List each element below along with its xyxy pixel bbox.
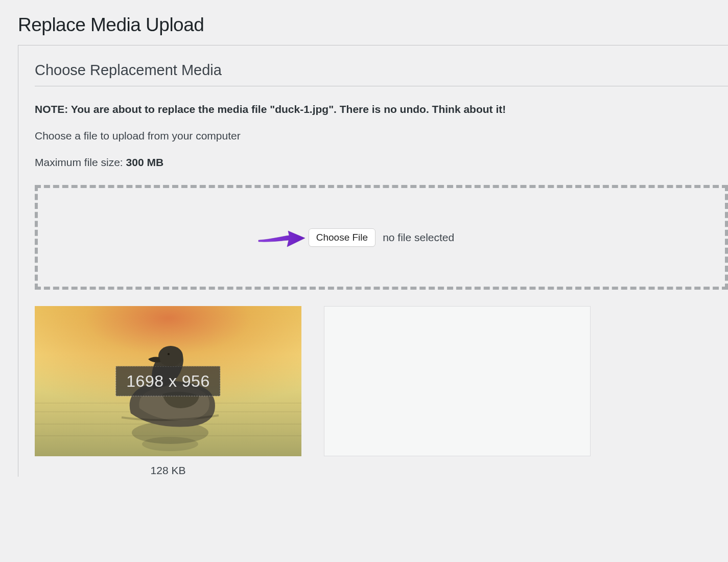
warning-note: NOTE: You are about to replace the media… <box>35 102 728 116</box>
preview-row: 1698 x 956 128 KB <box>35 306 728 477</box>
dimensions-badge: 1698 x 956 <box>115 366 220 396</box>
no-file-selected-text: no file selected <box>383 231 454 244</box>
current-filesize: 128 KB <box>151 464 186 477</box>
replace-media-panel: Choose Replacement Media NOTE: You are a… <box>18 45 728 477</box>
file-dropzone[interactable]: Choose File no file selected <box>35 185 728 290</box>
max-filesize-label: Maximum file size: <box>35 156 126 168</box>
dropzone-inner: Choose File no file selected <box>309 228 454 247</box>
new-media-thumbnail-placeholder <box>324 306 591 456</box>
svg-point-1 <box>142 437 198 451</box>
current-media-thumbnail: 1698 x 956 <box>35 306 301 456</box>
max-filesize-value: 300 MB <box>126 156 164 168</box>
svg-point-2 <box>158 346 183 366</box>
new-thumb-column <box>324 306 591 477</box>
max-filesize-line: Maximum file size: 300 MB <box>35 156 728 169</box>
note-filename: duck-1.jpg <box>275 103 328 115</box>
upload-instruction: Choose a file to upload from your comput… <box>35 130 728 142</box>
section-heading: Choose Replacement Media <box>35 62 728 86</box>
choose-file-button[interactable]: Choose File <box>309 228 375 247</box>
pointer-arrow-icon <box>257 226 306 249</box>
note-suffix: ". There is no undo. Think about it! <box>328 103 506 115</box>
page-title: Replace Media Upload <box>0 0 728 45</box>
note-prefix: NOTE: You are about to replace the media… <box>35 103 275 115</box>
svg-point-3 <box>168 353 170 355</box>
current-thumb-column: 1698 x 956 128 KB <box>35 306 301 477</box>
